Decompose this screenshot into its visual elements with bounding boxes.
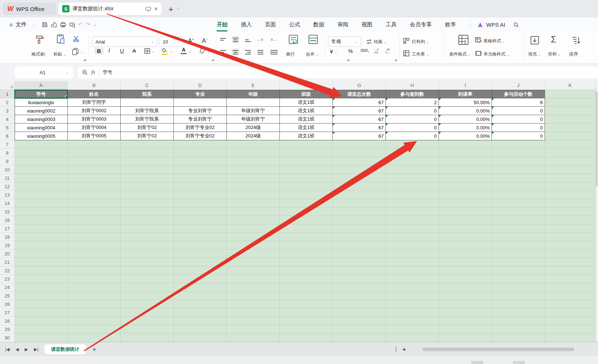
hamburger-icon[interactable]: ≡: [10, 22, 13, 28]
cell-K9[interactable]: [545, 157, 595, 166]
cell-D4[interactable]: 专业刘宵宁: [174, 115, 227, 124]
tab-list-chevron-icon[interactable]: ⌄: [177, 6, 180, 10]
cell-C26[interactable]: [121, 300, 174, 308]
zoom-find-icon[interactable]: [82, 69, 88, 76]
cell-C18[interactable]: [121, 233, 174, 241]
cell-A28[interactable]: [15, 317, 68, 325]
cell-D21[interactable]: [174, 258, 227, 266]
cell-D19[interactable]: [174, 241, 227, 250]
cell-C9[interactable]: [121, 157, 174, 166]
cell-C19[interactable]: [121, 241, 174, 250]
cell-K16[interactable]: [545, 216, 595, 224]
font-name-select[interactable]: Arial⌄: [92, 37, 157, 47]
cell-B14[interactable]: [68, 199, 121, 208]
col-header-E[interactable]: E: [227, 81, 280, 90]
cell-F1[interactable]: 班级: [280, 90, 333, 98]
cell-K4[interactable]: [545, 115, 595, 124]
cell-K10[interactable]: [545, 166, 595, 174]
align-top-icon[interactable]: [220, 38, 226, 41]
increase-font-button[interactable]: A+: [188, 37, 194, 44]
cell-C8[interactable]: [121, 149, 174, 157]
cell-H9[interactable]: [386, 157, 439, 166]
table-style-button[interactable]: 表格样式 ⌄: [484, 38, 505, 44]
cell-G22[interactable]: [333, 266, 386, 275]
col-header-J[interactable]: J: [492, 81, 545, 90]
cell-G16[interactable]: [333, 216, 386, 224]
cell-H25[interactable]: [386, 292, 439, 300]
cell-B8[interactable]: [68, 149, 121, 157]
cut-icon[interactable]: [72, 35, 80, 42]
cell-F13[interactable]: [280, 191, 333, 199]
number-format-select[interactable]: 常规⌄: [328, 37, 361, 47]
cell-C6[interactable]: 刘宵宁02: [121, 132, 174, 140]
cell-J1[interactable]: 参与活动个数: [492, 90, 545, 98]
cell-H8[interactable]: [386, 149, 439, 157]
font-size-select[interactable]: 10⌄: [159, 37, 183, 47]
cell-E17[interactable]: [227, 224, 280, 233]
cell-H11[interactable]: [386, 174, 439, 182]
cell-F23[interactable]: [280, 275, 333, 283]
cell-J27[interactable]: [492, 308, 545, 317]
cell-I28[interactable]: [439, 317, 492, 325]
cell-H12[interactable]: [386, 182, 439, 191]
cell-H29[interactable]: [386, 325, 439, 334]
col-header-D[interactable]: D: [174, 81, 227, 90]
cell-B11[interactable]: [68, 174, 121, 182]
cell-J21[interactable]: [492, 258, 545, 266]
cell-A15[interactable]: [15, 208, 68, 216]
table-style-icon[interactable]: [475, 37, 482, 43]
cell-K18[interactable]: [545, 233, 595, 241]
row-header-12[interactable]: 12: [0, 182, 15, 191]
cell-E26[interactable]: [227, 300, 280, 308]
cell-J29[interactable]: [492, 325, 545, 334]
cell-E25[interactable]: [227, 292, 280, 300]
font-dialog-launcher-icon[interactable]: ◢: [211, 58, 214, 61]
last-sheet-icon[interactable]: ▶|: [34, 347, 38, 352]
cell-H19[interactable]: [386, 241, 439, 250]
cell-G9[interactable]: [333, 157, 386, 166]
cell-G25[interactable]: [333, 292, 386, 300]
cell-B10[interactable]: [68, 166, 121, 174]
row-header-25[interactable]: 25: [0, 292, 15, 300]
cell-A2[interactable]: liuxiaoningtx: [15, 98, 68, 107]
cell-H23[interactable]: [386, 275, 439, 283]
cell-J18[interactable]: [492, 233, 545, 241]
sheet-tab-active[interactable]: 课堂数据统计: [44, 344, 86, 354]
cell-I5[interactable]: 0.00%: [439, 124, 492, 132]
cell-C4[interactable]: 刘宵宁院系: [121, 115, 174, 124]
cell-C12[interactable]: [121, 182, 174, 191]
cell-J26[interactable]: [492, 300, 545, 308]
font-color-button[interactable]: A: [181, 47, 187, 54]
cell-K1[interactable]: [545, 90, 595, 98]
row-header-22[interactable]: 22: [0, 266, 15, 275]
scroll-left-icon[interactable]: ◀: [402, 347, 405, 351]
percent-button[interactable]: %: [348, 48, 353, 54]
cell-G8[interactable]: [333, 149, 386, 157]
cell-E14[interactable]: [227, 199, 280, 208]
cell-C30[interactable]: [121, 334, 174, 342]
underline-button[interactable]: U: [120, 48, 124, 54]
cell-I17[interactable]: [439, 224, 492, 233]
cell-G21[interactable]: [333, 258, 386, 266]
cell-C24[interactable]: [121, 283, 174, 292]
cell-I11[interactable]: [439, 174, 492, 182]
pane-split-handle[interactable]: [396, 346, 396, 352]
cell-K12[interactable]: [545, 182, 595, 191]
cell-C16[interactable]: [121, 216, 174, 224]
select-all-corner[interactable]: [0, 81, 15, 90]
cell-E18[interactable]: [227, 233, 280, 241]
tab-home[interactable]: 开始: [217, 21, 227, 28]
cell-C27[interactable]: [121, 308, 174, 317]
tab-formulas[interactable]: 公式: [289, 21, 300, 28]
cell-E23[interactable]: [227, 275, 280, 283]
comma-style-button[interactable]: 000,: [361, 48, 369, 53]
cell-K7[interactable]: [545, 140, 595, 149]
copy-icon[interactable]: ⌄: [72, 48, 83, 56]
tab-view[interactable]: 视图: [361, 21, 372, 28]
cell-I23[interactable]: [439, 275, 492, 283]
cell-J24[interactable]: [492, 283, 545, 292]
cell-A22[interactable]: [15, 266, 68, 275]
decrease-decimal-icon[interactable]: .000→: [385, 48, 390, 54]
currency-button[interactable]: ¥ ⌄: [330, 48, 337, 54]
formula-input[interactable]: fx 学号: [78, 67, 598, 78]
